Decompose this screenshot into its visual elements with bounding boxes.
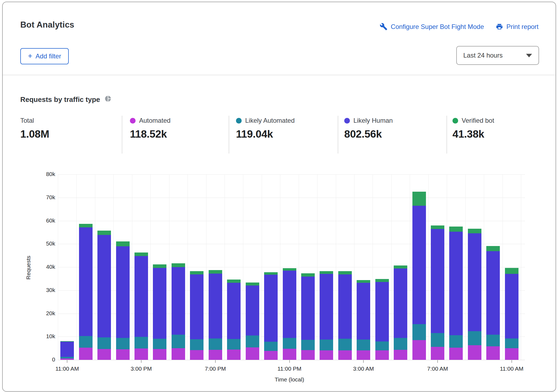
bar-12[interactable] bbox=[283, 268, 296, 360]
segment-likely-human bbox=[264, 275, 278, 342]
time-range-select[interactable]: Last 24 hours bbox=[456, 46, 539, 65]
bar-19[interactable] bbox=[412, 192, 426, 360]
stat-label: Likely Automated bbox=[236, 117, 295, 124]
x-axis-title: Time (local) bbox=[262, 376, 317, 383]
segment-likely-human bbox=[172, 267, 185, 335]
bar-0[interactable] bbox=[60, 341, 74, 360]
segment-likely-automated bbox=[246, 335, 259, 347]
print-report-link[interactable]: Print report bbox=[496, 23, 539, 31]
bar-17[interactable] bbox=[375, 279, 389, 360]
gridline-x bbox=[521, 174, 521, 360]
stat-likely-automated[interactable]: Likely Automated119.04k bbox=[236, 117, 295, 140]
segment-automated bbox=[60, 358, 74, 360]
bar-23[interactable] bbox=[486, 246, 500, 360]
stat-value: 119.04k bbox=[236, 128, 295, 140]
segment-likely-automated bbox=[431, 333, 444, 347]
gridline-y-80k bbox=[58, 174, 525, 175]
bar-3[interactable] bbox=[116, 241, 130, 360]
stat-verified-bot[interactable]: Verified bot41.38k bbox=[452, 117, 494, 140]
segment-verified-bot bbox=[412, 192, 426, 205]
gridline-x bbox=[169, 174, 169, 360]
segment-likely-human bbox=[283, 271, 296, 338]
gridline-x bbox=[428, 174, 429, 360]
segment-likely-automated bbox=[320, 340, 333, 350]
bar-2[interactable] bbox=[97, 231, 111, 360]
bar-1[interactable] bbox=[79, 224, 93, 360]
stat-total[interactable]: Total1.08M bbox=[20, 117, 49, 140]
segment-verified-bot bbox=[338, 271, 352, 274]
segment-likely-automated bbox=[172, 335, 185, 348]
segment-verified-bot bbox=[172, 263, 185, 267]
segment-likely-automated bbox=[79, 336, 93, 348]
x-axis-tickmark bbox=[67, 360, 67, 363]
gridline-x bbox=[484, 174, 484, 360]
x-axis-tick-label: 3:00 PM bbox=[122, 366, 160, 372]
segment-automated bbox=[134, 348, 148, 360]
y-axis-tick-label: 50k bbox=[36, 240, 55, 247]
gridline-x bbox=[76, 174, 77, 360]
segment-likely-human bbox=[209, 274, 222, 338]
segment-automated bbox=[227, 350, 241, 360]
bar-20[interactable] bbox=[431, 225, 444, 360]
bar-6[interactable] bbox=[172, 263, 185, 360]
x-axis-tickmark bbox=[141, 360, 142, 363]
segment-automated bbox=[320, 350, 333, 360]
x-axis-tick-label: 3:00 AM bbox=[344, 366, 382, 372]
bar-24[interactable] bbox=[505, 268, 518, 360]
bar-7[interactable] bbox=[190, 271, 203, 360]
bar-15[interactable] bbox=[338, 271, 352, 360]
bar-9[interactable] bbox=[227, 280, 241, 360]
bar-11[interactable] bbox=[264, 272, 278, 360]
legend-dot-icon bbox=[344, 118, 350, 124]
segment-verified-bot bbox=[394, 265, 407, 268]
configure-super-bot-fight-mode-link[interactable]: Configure Super Bot Fight Mode bbox=[380, 23, 484, 31]
segment-verified-bot bbox=[301, 273, 315, 277]
segment-automated bbox=[209, 350, 222, 360]
gridline-x bbox=[354, 174, 355, 360]
segment-verified-bot bbox=[227, 280, 241, 283]
stat-label: Likely Human bbox=[344, 117, 393, 124]
segment-likely-automated bbox=[264, 342, 278, 351]
segment-automated bbox=[264, 351, 278, 360]
gridline-x bbox=[206, 174, 206, 360]
stat-value: 802.56k bbox=[344, 128, 393, 140]
x-axis-tick-label: 11:00 AM bbox=[493, 366, 531, 372]
stat-label-text: Automated bbox=[139, 117, 170, 124]
segment-likely-human bbox=[338, 274, 352, 339]
stat-divider bbox=[122, 116, 122, 154]
bar-4[interactable] bbox=[134, 253, 148, 360]
segment-likely-automated bbox=[301, 340, 315, 350]
gridline-y-0 bbox=[58, 360, 525, 360]
bar-14[interactable] bbox=[320, 271, 333, 360]
page-title: Bot Analytics bbox=[20, 20, 74, 30]
bar-16[interactable] bbox=[357, 280, 370, 360]
gridline-x bbox=[447, 174, 447, 360]
bar-18[interactable] bbox=[394, 265, 407, 360]
section-title: Requests by traffic type bbox=[20, 95, 111, 104]
segment-likely-automated bbox=[394, 338, 407, 350]
segment-likely-automated bbox=[505, 338, 518, 348]
configure-link-label: Configure Super Bot Fight Mode bbox=[391, 23, 484, 31]
print-link-label: Print report bbox=[506, 23, 539, 31]
segment-likely-automated bbox=[486, 335, 500, 347]
plus-icon: + bbox=[28, 52, 32, 60]
segment-likely-human bbox=[394, 268, 407, 338]
bar-5[interactable] bbox=[153, 264, 166, 360]
segment-verified-bot bbox=[116, 241, 130, 246]
segment-automated bbox=[505, 348, 518, 360]
segment-likely-human bbox=[468, 233, 481, 331]
stat-likely-human[interactable]: Likely Human802.56k bbox=[344, 117, 393, 140]
bar-21[interactable] bbox=[449, 227, 463, 360]
stat-automated[interactable]: Automated118.52k bbox=[130, 117, 170, 140]
segment-automated bbox=[338, 350, 352, 360]
legend-dot-icon bbox=[130, 118, 136, 124]
bar-8[interactable] bbox=[209, 270, 222, 360]
segment-verified-bot bbox=[449, 227, 463, 232]
bar-10[interactable] bbox=[246, 283, 259, 360]
bar-22[interactable] bbox=[468, 229, 481, 360]
segment-likely-human bbox=[97, 235, 111, 337]
y-axis-title: Requests bbox=[25, 254, 32, 281]
bar-13[interactable] bbox=[301, 273, 315, 360]
segment-verified-bot bbox=[431, 225, 444, 229]
add-filter-button[interactable]: + Add filter bbox=[20, 48, 69, 64]
